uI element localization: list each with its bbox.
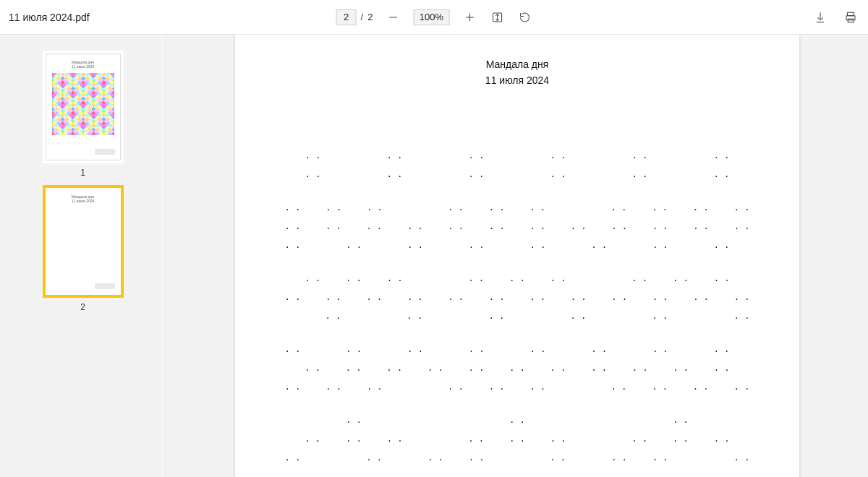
toolbar-center: / 2 100% (336, 9, 532, 25)
dots-icon (52, 207, 114, 270)
thumbnail-1-wrap: Мандала дня11 июля 2024 1 (43, 51, 124, 178)
dot-row (286, 154, 749, 163)
page-title-line2: 11 июля 2024 (235, 72, 799, 88)
thumbnail-1-footer (95, 149, 115, 155)
zoom-level[interactable]: 100% (413, 9, 449, 25)
dot-row (286, 225, 749, 233)
page-separator: / (361, 12, 364, 22)
thumbnail-1[interactable]: Мандала дня11 июля 2024 (43, 51, 124, 163)
zoom-out-button[interactable] (386, 10, 400, 25)
dot-row (286, 277, 749, 285)
dot-row (286, 385, 749, 394)
dot-row (286, 296, 749, 304)
page-total: 2 (367, 12, 373, 22)
thumbnail-1-title: Мандала дня11 июля 2024 (72, 61, 95, 69)
zoom-in-button[interactable] (462, 10, 477, 25)
thumbnail-2-label: 2 (80, 302, 85, 312)
dot-row (286, 456, 749, 465)
download-button[interactable] (813, 10, 827, 25)
page-title-line1: Мандала дня (235, 56, 799, 72)
toolbar-right (813, 10, 858, 25)
dot-row (286, 437, 749, 446)
dot-row (286, 192, 749, 196)
dot-row (286, 333, 749, 338)
thumbnail-1-label: 1 (80, 168, 85, 178)
body: Мандала дня11 июля 2024 1 Мандала дня11 … (0, 35, 868, 477)
thumbnail-2-wrap: Мандала дня11 июля 2024 2 (43, 185, 124, 312)
dot-row (286, 404, 749, 408)
toolbar: 11 июля 2024.pdf / 2 100% (0, 0, 868, 35)
svg-rect-5 (848, 12, 854, 16)
dot-row (286, 348, 749, 356)
dots-pattern (286, 154, 749, 477)
dot-row (286, 314, 749, 323)
dot-row (286, 173, 749, 181)
dot-row (286, 366, 749, 375)
dot-row (286, 244, 749, 252)
page-indicator: / 2 (336, 9, 373, 25)
print-button[interactable] (843, 10, 858, 25)
thumbnail-2-footer (95, 283, 115, 289)
page-viewer[interactable]: Мандала дня 11 июля 2024 (166, 35, 868, 477)
thumbnail-2[interactable]: Мандала дня11 июля 2024 (43, 185, 124, 298)
thumbnail-sidebar: Мандала дня11 июля 2024 1 Мандала дня11 … (0, 35, 166, 477)
mandala-icon (52, 73, 114, 135)
page-number-input[interactable] (336, 9, 357, 25)
thumbnail-2-title: Мандала дня11 июля 2024 (72, 195, 95, 203)
page-title: Мандала дня 11 июля 2024 (235, 56, 799, 89)
dot-row (286, 418, 749, 427)
rotate-button[interactable] (517, 10, 532, 25)
svg-rect-7 (848, 19, 854, 22)
page-2: Мандала дня 11 июля 2024 (235, 35, 799, 477)
dot-row (286, 206, 749, 215)
document-filename: 11 июля 2024.pdf (9, 12, 90, 23)
dot-row (286, 262, 749, 267)
fit-page-button[interactable] (490, 10, 504, 25)
